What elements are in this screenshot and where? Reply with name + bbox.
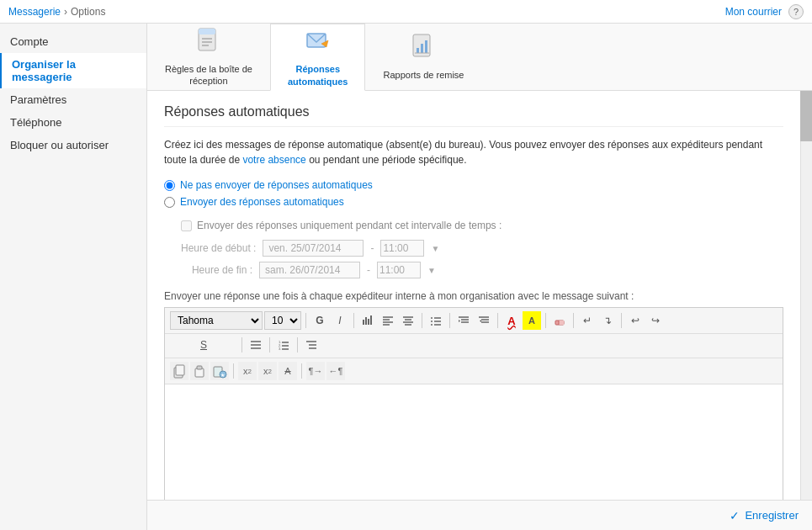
strikethrough-btn[interactable]: A — [279, 362, 297, 380]
tab-regles-label: Règles de la boîte deréception — [165, 63, 252, 87]
icon-toolbar: Règles de la boîte deréception Réponsesa… — [147, 24, 812, 91]
svg-rect-14 — [370, 315, 372, 325]
tab-regles[interactable]: Règles de la boîte deréception — [147, 24, 270, 90]
outdent-button[interactable] — [475, 311, 493, 330]
rapports-icon — [410, 33, 437, 66]
main-layout: Compte Organiser la messagerie Paramètre… — [0, 24, 812, 530]
svg-rect-12 — [365, 317, 367, 325]
editor-toolbar-top: Tahoma Arial Calibri 10 8 12 14 G I — [165, 308, 783, 334]
align-justify-button[interactable] — [247, 336, 265, 354]
editor-body[interactable] — [165, 384, 783, 500]
bold-button[interactable]: G — [310, 311, 329, 330]
rtl-button[interactable]: ↴ — [598, 311, 617, 330]
label-heure-fin: Heure de fin : — [181, 264, 252, 276]
sub-section-interval: Envoyer des réponses uniquement pendant … — [181, 220, 783, 278]
toolbar-sep-4 — [449, 313, 450, 328]
time-fin-input[interactable] — [377, 262, 421, 278]
sidebar-item-telephone[interactable]: Téléphone — [0, 111, 146, 134]
svg-point-27 — [431, 324, 433, 326]
align-left-button[interactable] — [379, 311, 397, 330]
svg-point-25 — [431, 321, 433, 322]
icon-sep-1 — [233, 363, 234, 379]
mon-courrier-link[interactable]: Mon courrier — [725, 6, 782, 18]
list-ul-button[interactable] — [427, 311, 445, 330]
breadcrumb-root[interactable]: Messagerie — [8, 6, 61, 18]
outdent3-btn[interactable]: ←¶ — [326, 362, 345, 380]
checkbox-interval[interactable]: Envoyer des réponses uniquement pendant … — [181, 220, 783, 231]
radio-no-send[interactable]: Ne pas envoyer de réponses automatiques — [164, 179, 783, 191]
svg-rect-1 — [199, 29, 215, 34]
toolbar-sep-6 — [545, 313, 546, 328]
radio-send[interactable]: Envoyer des réponses automatiques — [164, 196, 783, 208]
breadcrumb: Messagerie › Options — [8, 6, 105, 18]
svg-rect-13 — [368, 319, 369, 325]
indent2-button[interactable] — [302, 336, 321, 354]
time-debut-input[interactable] — [380, 240, 424, 257]
editor-container: Tahoma Arial Calibri 10 8 12 14 G I — [164, 307, 783, 500]
scroll-thumb — [800, 91, 812, 141]
label-heure-debut: Heure de début : — [181, 242, 256, 254]
highlight-button[interactable]: A — [523, 311, 541, 330]
top-bar: Messagerie › Options Mon courrier ? — [0, 0, 812, 24]
font-select[interactable]: Tahoma Arial Calibri — [170, 311, 263, 330]
list-ol-button[interactable]: 1.2.3. — [274, 336, 293, 354]
size-select[interactable]: 10 8 12 14 — [264, 311, 301, 330]
radio-group: Ne pas envoyer de réponses automatiques … — [164, 179, 783, 208]
special-paste-icon-btn[interactable]: ★ — [210, 362, 229, 380]
breadcrumb-sep: › — [64, 6, 67, 18]
indent3-btn[interactable]: ¶→ — [306, 362, 325, 380]
tab-rapports-label: Rapports de remise — [383, 69, 464, 81]
save-button[interactable]: ✓ Enregistrer — [730, 509, 799, 522]
color-button[interactable]: A — [502, 311, 521, 330]
toolbar-sep-1 — [305, 313, 306, 328]
tab-rapports[interactable]: Rapports de remise — [365, 24, 481, 90]
content-area: Règles de la boîte deréception Réponsesa… — [147, 24, 812, 530]
toolbar-sep-row2-1 — [241, 337, 242, 352]
copy-icon-btn[interactable] — [170, 362, 188, 380]
superscript-btn[interactable]: x2 — [238, 362, 257, 380]
undo-button[interactable]: ↩ — [626, 311, 645, 330]
svg-rect-11 — [363, 320, 364, 325]
svg-point-23 — [431, 317, 433, 319]
toolbar-sep-5 — [497, 313, 498, 328]
date-debut-input[interactable] — [263, 240, 364, 257]
svg-rect-53 — [197, 366, 202, 369]
toolbar-sep-row2-2 — [269, 337, 270, 352]
align-center-button[interactable] — [399, 311, 417, 330]
indent-button[interactable] — [454, 311, 473, 330]
svg-rect-51 — [176, 365, 184, 375]
ltr-button[interactable]: ↵ — [578, 311, 597, 330]
underline-button[interactable]: S — [196, 336, 211, 354]
icon-sep-2 — [301, 363, 302, 379]
breadcrumb-current: Options — [71, 6, 105, 18]
page-title: Réponses automatiques — [164, 104, 783, 127]
right-scrollbar[interactable] — [800, 91, 812, 500]
sidebar-item-compte[interactable]: Compte — [0, 30, 146, 53]
subscript-btn[interactable]: x2 — [258, 362, 277, 380]
toolbar-sep-7 — [573, 313, 574, 328]
help-button[interactable]: ? — [788, 4, 804, 19]
time-row-debut: Heure de début : - ▼ — [181, 240, 783, 257]
paste-icon-btn[interactable] — [190, 362, 209, 380]
info-text: Créez ici des messages de réponse automa… — [164, 137, 783, 167]
sidebar-item-organiser[interactable]: Organiser la messagerie — [0, 53, 146, 88]
save-label: Enregistrer — [745, 509, 799, 522]
reponses-icon — [305, 27, 332, 60]
time-row-fin: Heure de fin : - ▼ — [181, 262, 783, 278]
sidebar: Compte Organiser la messagerie Paramètre… — [0, 24, 147, 530]
svg-text:★: ★ — [220, 373, 225, 378]
date-fin-input[interactable] — [259, 262, 360, 278]
sidebar-item-parametres[interactable]: Paramètres — [0, 88, 146, 111]
editor-icons-row: ★ x2 x2 A ¶→ ←¶ — [165, 358, 783, 384]
svg-rect-9 — [425, 40, 427, 53]
tab-reponses[interactable]: Réponsesautomatiques — [270, 24, 366, 91]
eraser-button[interactable] — [550, 311, 569, 330]
top-right: Mon courrier ? — [725, 4, 804, 19]
svg-rect-8 — [421, 44, 423, 53]
sidebar-item-bloquer[interactable]: Bloquer ou autoriser — [0, 134, 146, 156]
chart-button[interactable] — [358, 311, 377, 330]
italic-button[interactable]: I — [331, 311, 349, 330]
toolbar-sep-3 — [422, 313, 422, 328]
redo-button[interactable]: ↪ — [646, 311, 665, 330]
bottom-bar: ✓ Enregistrer — [147, 500, 812, 530]
